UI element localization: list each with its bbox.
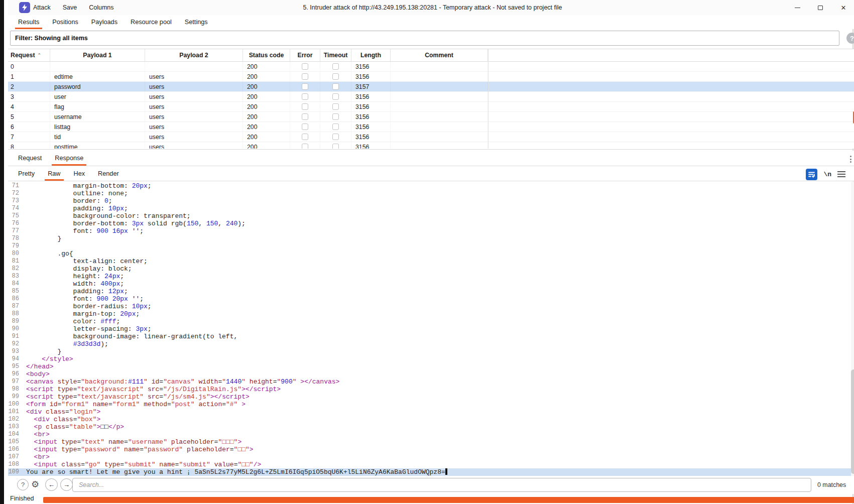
editor-menu-icon[interactable] [837,171,845,177]
line-number: 94 [8,355,21,363]
line-number: 101 [8,408,21,416]
tab-raw[interactable]: Raw [45,166,63,181]
column-header-comment[interactable]: Comment [391,49,488,61]
column-header-status-code[interactable]: Status code [243,49,290,61]
tab-positions[interactable]: Positions [49,15,81,29]
line-number: 74 [8,205,21,212]
cell-status-code: 200 [243,82,290,91]
cell-comment [391,82,488,91]
tab-resource-pool[interactable]: Resource pool [128,15,175,29]
results-table-header: Request ⌃ Payload 1 Payload 2 Status cod… [8,49,854,62]
search-settings-gear-icon[interactable]: ⚙ [31,479,39,490]
menu-save[interactable]: Save [57,4,83,11]
editor-scrollbar-thumb[interactable] [851,369,854,474]
next-match-button[interactable]: → [60,478,73,491]
close-button[interactable]: ✕ [832,0,854,15]
error-checkbox[interactable] [302,83,308,90]
table-row[interactable]: 7tidusers2003156 [8,132,854,142]
tab-pretty[interactable]: Pretty [15,166,38,181]
code-line: 103 <p class="table">□□</p> [8,423,853,431]
view-toolbar: \n [806,168,848,181]
search-input[interactable] [72,478,811,492]
column-header-request[interactable]: Request ⌃ [8,49,50,61]
code-line: 83 height: 24px; [8,273,853,280]
line-number: 99 [8,393,21,401]
minimize-button[interactable] [786,0,809,15]
error-checkbox[interactable] [302,93,308,100]
table-row[interactable]: 3userusers2003156 [8,92,854,102]
table-row[interactable]: 02003156 [8,62,854,72]
table-row[interactable]: 8posttimeusers2003156 [8,142,854,149]
timeout-checkbox[interactable] [332,144,339,149]
previous-match-button[interactable]: ← [45,478,58,491]
table-row[interactable]: 1edtimeusers2003156 [8,72,854,82]
window-title: 5. Intruder attack of http://43.249.195.… [159,0,706,15]
timeout-checkbox[interactable] [332,63,339,70]
table-row[interactable]: 4flagusers2003156 [8,102,854,112]
cell-timeout [320,112,351,121]
message-tab-bar: Request Response [8,151,854,166]
column-header-timeout[interactable]: Timeout [320,49,351,61]
timeout-checkbox[interactable] [332,93,339,100]
error-checkbox[interactable] [302,63,308,70]
table-row[interactable]: 6listtagusers2003156 [8,122,854,132]
table-row[interactable]: 2passwordusers2003157 [8,82,854,92]
error-checkbox[interactable] [302,134,308,140]
timeout-checkbox[interactable] [332,134,339,140]
code-line: 92 #3d3d3d); [8,340,853,348]
line-number: 95 [8,363,21,370]
error-checkbox[interactable] [302,103,308,110]
tab-settings[interactable]: Settings [182,15,211,29]
column-header-payload2[interactable]: Payload 2 [145,49,243,61]
tab-payloads[interactable]: Payloads [88,15,120,29]
cell-comment [391,102,488,111]
timeout-checkbox[interactable] [332,73,339,80]
column-header-length[interactable]: Length [351,49,391,61]
cell-payload2 [145,62,243,71]
code-line: 78 } [8,235,853,242]
cell-request: 6 [8,122,50,132]
code-line: 90 letter-spacing: 3px; [8,325,853,333]
filter-bar[interactable]: Filter: Showing all items [10,31,839,46]
tab-render[interactable]: Render [95,166,122,181]
error-checkbox[interactable] [302,123,308,130]
error-checkbox[interactable] [302,73,308,80]
timeout-checkbox[interactable] [332,123,339,130]
newline-toggle[interactable]: \n [823,171,831,178]
cell-request: 7 [8,132,50,142]
timeout-checkbox[interactable] [332,103,339,110]
code-line: 80 .go{ [8,250,853,258]
tab-results[interactable]: Results [15,15,42,29]
code-line: 74 padding: 10px; [8,205,853,212]
column-header-error[interactable]: Error [290,49,320,61]
code-text: margin-top: 20px; [26,310,140,318]
tab-hex[interactable]: Hex [71,166,88,181]
error-checkbox[interactable] [302,144,308,149]
panel-splitter[interactable] [8,149,854,150]
maximize-button[interactable] [809,0,832,15]
tab-response[interactable]: Response [52,151,86,166]
results-table-body[interactable]: 020031561edtimeusers20031562passworduser… [8,62,854,149]
search-help-icon[interactable]: ? [17,479,29,490]
help-icon[interactable]: ? [846,33,854,44]
response-editor[interactable]: 71 margin-bottom: 20px;72 outline: none;… [8,181,853,476]
error-checkbox[interactable] [302,113,308,120]
line-number: 100 [8,401,21,408]
tab-request[interactable]: Request [15,151,45,166]
column-header-payload1[interactable]: Payload 1 [50,49,145,61]
more-options-icon[interactable] [847,154,854,165]
line-number: 96 [8,370,21,378]
timeout-checkbox[interactable] [332,113,339,120]
cell-error [290,102,320,111]
cell-payload2: users [145,132,243,142]
cell-comment [391,72,488,81]
timeout-checkbox[interactable] [332,83,339,90]
code-line: 73 border: 0; [8,197,853,205]
cell-payload2: users [145,142,243,149]
code-line: 95</head> [8,363,853,370]
title-bar: Attack Save Columns 5. Intruder attack o… [8,0,854,15]
menu-columns[interactable]: Columns [83,4,119,11]
table-row[interactable]: 5usernameusers2003156 [8,112,854,122]
word-wrap-icon[interactable] [806,169,817,180]
menu-attack[interactable]: Attack [27,4,57,11]
